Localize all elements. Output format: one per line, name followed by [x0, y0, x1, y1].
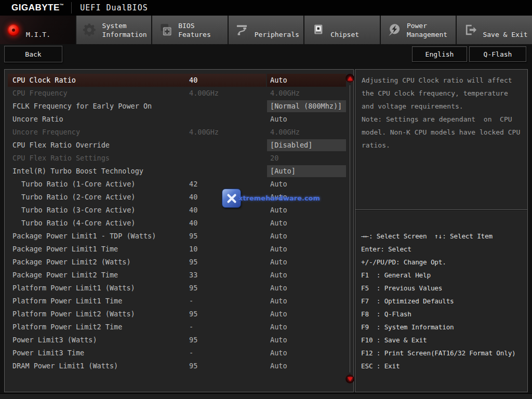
panel-divider — [355, 209, 527, 210]
watermark-text: xtremehardware.com — [238, 194, 320, 202]
tab-bar: M.I.T. SystemInformation BIOSFeatures — [0, 16, 532, 44]
setting-label: Package Power Limit1 - TDP (Watts) — [12, 230, 156, 243]
hotkey-line: F9 : System Information — [361, 321, 526, 334]
setting-label: Power Limit3 Time — [12, 347, 84, 360]
tab-label: Save & Exit — [483, 21, 527, 39]
setting-current-value: 40 — [189, 217, 197, 230]
language-button[interactable]: English — [412, 46, 467, 62]
setting-row[interactable]: Platform Power Limit1 Time-Auto — [5, 295, 353, 308]
bios-title: UEFI DualBIOS — [80, 3, 148, 12]
hotkey-line: F12 : Print Screen(FAT16/32 Format Only) — [361, 347, 526, 360]
setting-row[interactable]: Power Limit3 (Watts)95Auto — [5, 334, 353, 347]
hotkey-line: →←: Select Screen ↑↓: Select Item — [361, 230, 526, 243]
setting-label: Intel(R) Turbo Boost Technology — [12, 165, 143, 178]
setting-label: Platform Power Limit1 (Watts) — [12, 282, 135, 295]
setting-current-value: 95 — [189, 282, 197, 295]
setting-label: Uncore Frequency — [12, 126, 80, 139]
setting-option-value: [Normal (800Mhz)] — [267, 100, 346, 112]
setting-label: Power Limit3 (Watts) — [12, 334, 97, 347]
qflash-button[interactable]: Q-Flash — [469, 46, 526, 62]
setting-label: Platform Power Limit2 (Watts) — [12, 308, 135, 321]
setting-row[interactable]: Package Power Limit1 Time10Auto — [5, 243, 353, 256]
top-bar: GIGABYTE™ UEFI DualBIOS — [0, 0, 532, 16]
setting-current-value: 95 — [189, 334, 197, 347]
setting-current-value: 95 — [189, 230, 197, 243]
setting-current-value: 4.00GHz — [189, 87, 219, 100]
setting-row[interactable]: Package Power Limit2 (Watts)95Auto — [5, 256, 353, 269]
help-text-line: model. Non-K CPU models have locked CPU — [362, 126, 525, 139]
tab-system-information[interactable]: SystemInformation — [76, 16, 152, 44]
bottom-strip — [0, 393, 532, 399]
setting-label: DRAM Power Limit1 (Watts) — [12, 360, 118, 373]
setting-option-value: Auto — [270, 243, 287, 256]
setting-current-value: - — [189, 295, 193, 308]
setting-option-value: Auto — [270, 256, 287, 269]
setting-current-value: - — [189, 321, 193, 334]
setting-row[interactable]: Uncore Frequency4.00GHz4.00GHz — [5, 126, 353, 139]
setting-label: Turbo Ratio (3-Core Active) — [21, 204, 135, 217]
setting-row[interactable]: Platform Power Limit2 Time-Auto — [5, 321, 353, 334]
setting-option-value: Auto — [270, 334, 287, 347]
setting-option-value: Auto — [270, 347, 287, 360]
setting-label: Platform Power Limit1 Time — [12, 295, 122, 308]
setting-option-value: Auto — [270, 113, 287, 126]
setting-label: Package Power Limit2 Time — [12, 269, 118, 282]
setting-row[interactable]: Package Power Limit1 - TDP (Watts)95Auto — [5, 230, 353, 243]
setting-option-value: Auto — [270, 321, 287, 334]
help-text-line: ratios. — [362, 139, 525, 152]
setting-option-value: Auto — [270, 295, 287, 308]
setting-row[interactable]: CPU Flex Ratio Settings20 — [5, 152, 353, 165]
setting-current-value: 40 — [189, 191, 197, 204]
power-bolt-icon — [387, 23, 402, 37]
setting-row[interactable]: CPU Clock Ratio40Auto — [5, 74, 353, 87]
tab-mit[interactable]: M.I.T. — [0, 16, 75, 44]
tab-save-exit[interactable]: Save & Exit — [457, 16, 532, 44]
tab-chipset[interactable]: Chipset — [304, 16, 380, 44]
setting-label: CPU Flex Ratio Override — [12, 139, 110, 152]
setting-label: Turbo Ratio (2-Core Active) — [21, 191, 135, 204]
setting-row[interactable]: Platform Power Limit2 (Watts)95Auto — [5, 308, 353, 321]
setting-row[interactable]: CPU Flex Ratio Override[Disabled] — [5, 139, 353, 152]
hotkey-line: F1 : General Help — [361, 269, 526, 282]
setting-option-value: [Disabled] — [267, 139, 346, 151]
setting-label: CPU Flex Ratio Settings — [12, 152, 110, 165]
setting-current-value: 40 — [189, 204, 197, 217]
setting-row[interactable]: Power Limit3 Time-Auto — [5, 347, 353, 360]
setting-current-value: 33 — [189, 269, 197, 282]
scroll-down-indicator[interactable] — [345, 375, 354, 383]
tab-peripherals[interactable]: Peripherals — [229, 16, 304, 44]
scrollbar-track[interactable] — [350, 85, 350, 373]
settings-panel: CPU Clock Ratio40AutoCPU Frequency4.00GH… — [4, 69, 354, 392]
setting-label: Package Power Limit2 (Watts) — [12, 256, 131, 269]
setting-row[interactable]: Uncore RatioAuto — [5, 113, 353, 126]
gear-icon — [83, 23, 97, 37]
hotkey-line: F10 : Save & Exit — [361, 334, 526, 347]
setting-current-value: 95 — [189, 360, 197, 373]
help-text-line: and voltage requirements. — [362, 100, 525, 113]
tab-bios-features[interactable]: BIOSFeatures — [152, 16, 228, 44]
setting-row[interactable]: Intel(R) Turbo Boost Technology[Auto] — [5, 165, 353, 178]
back-button[interactable]: Back — [4, 46, 62, 62]
hotkey-line: ESC : Exit — [361, 360, 526, 373]
setting-option-value: 20 — [270, 152, 278, 165]
help-text-line: Adjusting CPU Clock ratio will affect — [362, 74, 525, 87]
setting-option-value: [Auto] — [267, 165, 346, 177]
tab-power-management[interactable]: PowerManagement — [381, 16, 456, 44]
mit-led-icon — [6, 23, 21, 37]
setting-current-value: - — [189, 347, 193, 360]
setting-option-value: Auto — [270, 360, 287, 373]
setting-label: Platform Power Limit2 Time — [12, 321, 122, 334]
tab-label: PowerManagement — [407, 21, 447, 39]
hotkey-legend: →←: Select Screen ↑↓: Select ItemEnter: … — [361, 230, 526, 373]
setting-current-value: 40 — [189, 74, 197, 87]
setting-row[interactable]: CPU Frequency4.00GHz4.00GHz — [5, 87, 353, 100]
setting-row[interactable]: Turbo Ratio (4-Core Active)40Auto — [5, 217, 353, 230]
setting-row[interactable]: DRAM Power Limit1 (Watts)95Auto — [5, 360, 353, 373]
setting-row[interactable]: Platform Power Limit1 (Watts)95Auto — [5, 282, 353, 295]
setting-option-value: 4.00GHz — [270, 126, 300, 139]
setting-option-value: Auto — [270, 269, 287, 282]
scroll-up-indicator[interactable] — [345, 74, 354, 83]
setting-row[interactable]: Package Power Limit2 Time33Auto — [5, 269, 353, 282]
hotkey-line: F7 : Optimized Defaults — [361, 295, 526, 308]
setting-row[interactable]: FCLK Frequency for Early Power On[Normal… — [5, 100, 353, 113]
